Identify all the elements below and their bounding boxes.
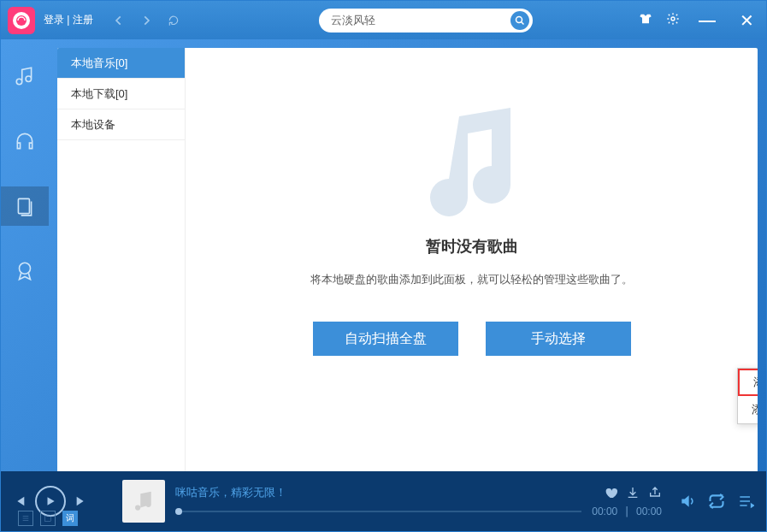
settings-icon[interactable] bbox=[666, 12, 680, 29]
desktop-icon[interactable] bbox=[40, 511, 56, 526]
svg-rect-4 bbox=[18, 198, 29, 213]
manual-select-button[interactable]: 手动选择 bbox=[486, 322, 631, 356]
register-link[interactable]: 注册 bbox=[73, 14, 93, 26]
header: 登录 | 注册 — ✕ bbox=[1, 1, 766, 39]
lyric-toggle[interactable]: 词 bbox=[62, 511, 78, 526]
favorite-icon[interactable] bbox=[604, 486, 617, 499]
refresh-button[interactable] bbox=[165, 12, 182, 29]
queue-icon[interactable] bbox=[737, 493, 754, 510]
back-button[interactable] bbox=[110, 12, 127, 29]
search-box bbox=[319, 9, 533, 33]
popup-add-folder[interactable]: 添加本地文件夹 bbox=[738, 396, 758, 423]
album-art bbox=[122, 480, 165, 523]
login-link[interactable]: 登录 bbox=[44, 14, 64, 26]
nav-buttons bbox=[110, 12, 182, 29]
svg-rect-6 bbox=[45, 516, 51, 522]
empty-music-icon bbox=[416, 99, 528, 228]
footer: 词 咪咕音乐，精彩无限！ 00:00 | 00:00 bbox=[1, 471, 766, 531]
sidebar-item-local-device[interactable]: 本地设备 bbox=[57, 109, 185, 140]
sidebar-item-local-download[interactable]: 本地下载[0] bbox=[57, 79, 185, 109]
share-icon[interactable] bbox=[648, 486, 662, 499]
empty-desc: 将本地硬盘的歌曲添加到此面板，就可以轻松的管理这些歌曲了。 bbox=[310, 272, 633, 287]
time-display: 00:00 | 00:00 bbox=[592, 505, 662, 517]
popup-add-file[interactable]: 添加本地文件 bbox=[738, 369, 758, 396]
svg-point-5 bbox=[20, 263, 31, 274]
svg-point-2 bbox=[516, 16, 522, 22]
button-row: 自动扫描全盘 手动选择 bbox=[313, 322, 631, 356]
main-panel: 暂时没有歌曲 将本地硬盘的歌曲添加到此面板，就可以轻松的管理这些歌曲了。 自动扫… bbox=[186, 48, 758, 471]
auto-scan-button[interactable]: 自动扫描全盘 bbox=[313, 322, 458, 356]
progress-area: 咪咕音乐，精彩无限！ 00:00 | 00:00 bbox=[175, 485, 662, 517]
sidebar-item-local-music[interactable]: 本地音乐[0] bbox=[57, 48, 185, 79]
playlist-icon[interactable] bbox=[18, 511, 33, 526]
rail-music-icon[interactable] bbox=[1, 56, 49, 96]
rail-badge-icon[interactable] bbox=[1, 251, 49, 291]
download-icon[interactable] bbox=[626, 486, 640, 499]
rail-library-icon[interactable] bbox=[1, 186, 49, 226]
search-input[interactable] bbox=[331, 14, 510, 27]
content: 本地音乐[0] 本地下载[0] 本地设备 暂时没有歌曲 将本地硬盘的歌曲添加到此… bbox=[57, 48, 758, 471]
header-right: — ✕ bbox=[639, 10, 759, 31]
auth-links: 登录 | 注册 bbox=[44, 13, 93, 27]
volume-icon[interactable] bbox=[679, 493, 696, 510]
side-nav: 本地音乐[0] 本地下载[0] 本地设备 bbox=[57, 48, 186, 471]
next-button[interactable] bbox=[74, 494, 88, 508]
mini-icons: 词 bbox=[18, 511, 78, 526]
forward-button[interactable] bbox=[138, 12, 155, 29]
loop-icon[interactable] bbox=[708, 493, 725, 510]
rail-headphone-icon[interactable] bbox=[1, 121, 49, 161]
right-controls bbox=[679, 493, 754, 510]
file-select-popup: 添加本地文件 添加本地文件夹 bbox=[737, 368, 758, 424]
prev-button[interactable] bbox=[13, 494, 27, 508]
app-logo bbox=[8, 7, 35, 34]
progress-bar[interactable] bbox=[175, 511, 581, 512]
svg-point-3 bbox=[671, 17, 675, 21]
close-button[interactable]: ✕ bbox=[735, 10, 759, 31]
skin-icon[interactable] bbox=[639, 12, 652, 29]
tagline: 咪咕音乐，精彩无限！ bbox=[175, 485, 286, 500]
body: 本地音乐[0] 本地下载[0] 本地设备 暂时没有歌曲 将本地硬盘的歌曲添加到此… bbox=[1, 39, 766, 471]
song-actions bbox=[604, 486, 662, 499]
minimize-button[interactable]: — bbox=[693, 10, 721, 30]
search-button[interactable] bbox=[510, 11, 529, 30]
left-rail bbox=[1, 39, 49, 471]
empty-title: 暂时没有歌曲 bbox=[426, 236, 518, 257]
